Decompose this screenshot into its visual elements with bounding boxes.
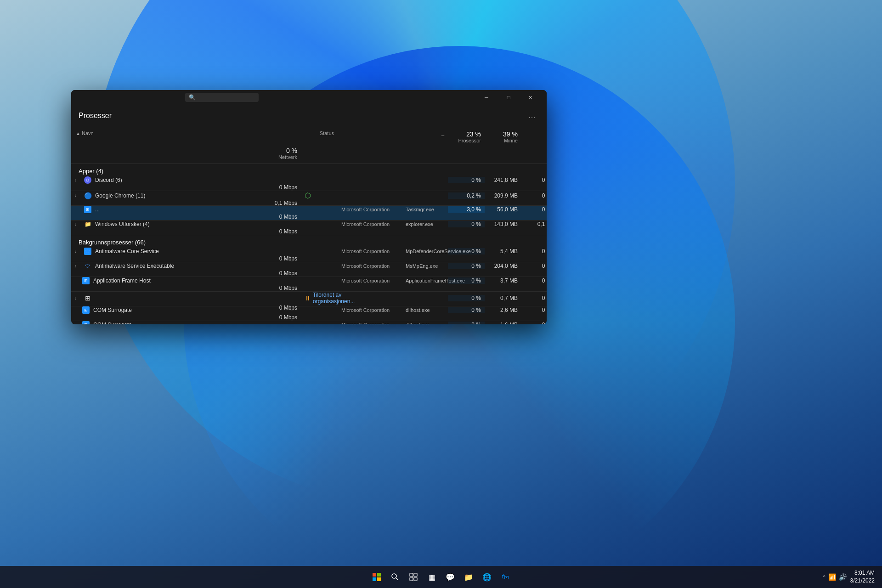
taskbar-clock[interactable]: 8:01 AM 3/21/2022 (850, 569, 875, 585)
table-row[interactable]: › 🛡 Antimalware Core Service Microsoft C… (71, 248, 547, 262)
cpu-pct: 23 % (452, 130, 481, 138)
proc-network: 0 Mbps (71, 285, 301, 291)
task-view-icon (409, 573, 418, 581)
table-row[interactable]: ⊞ COM Surrogate Microsoft Corporation dl… (71, 321, 547, 324)
proc-memory: 209,9 MB (485, 192, 521, 199)
volume-tray-icon[interactable]: 🔊 (839, 573, 847, 581)
network-label: Nettverk (75, 154, 297, 160)
maximize-button[interactable]: □ (498, 90, 519, 105)
file-explorer-button[interactable]: 📁 (461, 570, 476, 584)
search-taskbar-button[interactable] (388, 570, 402, 584)
proc-cpu: 3,0 % (448, 206, 485, 213)
proc-publisher: Microsoft Corporation (338, 207, 402, 212)
search-input[interactable] (198, 94, 255, 101)
proc-network: 0 Mbps (71, 255, 301, 262)
expand-icon[interactable]: › (75, 222, 80, 227)
svg-point-4 (392, 574, 396, 578)
proc-network: 0 Mbps (71, 214, 301, 220)
store-button[interactable]: 🛍 (498, 570, 513, 584)
shield-icon: 🛡 (84, 248, 91, 255)
start-button[interactable] (369, 570, 384, 584)
window-controls: ─ □ ✕ (476, 90, 541, 105)
svg-rect-2 (373, 577, 376, 581)
clock-date: 3/21/2022 (850, 577, 875, 585)
process-name-explorer: › 📁 Windows Utforsker (4) (71, 220, 301, 228)
expand-icon[interactable]: › (75, 296, 80, 301)
col-status[interactable]: Status (301, 129, 338, 145)
disk-pct: 0 % (525, 130, 547, 138)
tray-expand-icon[interactable]: ^ (823, 574, 825, 580)
disk-label: Disk (525, 138, 547, 143)
process-name-antimalware-core: › 🛡 Antimalware Core Service (71, 248, 301, 255)
col-exe[interactable]: _ (402, 129, 448, 145)
network-pct: 0 % (75, 147, 297, 154)
proc-disk: 0,1 MB/s (521, 221, 547, 227)
desktop: 🔍 ─ □ ✕ Prosesser … ▲ Navn Status (0, 0, 882, 588)
folder-icon: 📁 (84, 220, 91, 228)
proc-name-label: Google Chrome (11) (95, 192, 145, 199)
windows-logo-icon (373, 573, 381, 581)
proc-disk: 0 MB/s (521, 248, 547, 254)
process-list[interactable]: Apper (4) › D Discord (6) 0 % 241,8 MB 0… (71, 164, 547, 324)
proc-cpu: 0 % (448, 263, 485, 269)
network-status-icon: ⬡ (305, 191, 311, 200)
table-row[interactable]: › 📁 Windows Utforsker (4) Microsoft Corp… (71, 220, 547, 235)
status-label: Tilordnet av organisasjonen... (313, 292, 355, 305)
more-button[interactable]: … (525, 108, 539, 123)
table-row[interactable]: › D Discord (6) 0 % 241,8 MB 0 MB/s 0 Mb… (71, 176, 547, 191)
widgets-button[interactable]: ▦ (424, 570, 439, 584)
proc-disk: 0 MB/s (521, 206, 547, 213)
proc-status: ⏸ Tilordnet av organisasjonen... (301, 292, 338, 305)
proc-name-label: Windows Utforsker (4) (95, 221, 150, 227)
process-name-windows: › ⊞ (71, 294, 301, 302)
proc-publisher: Microsoft Corporation (338, 307, 402, 313)
search-taskbar-icon (391, 573, 399, 581)
table-row[interactable]: ⊞ COM Surrogate Microsoft Corporation dl… (71, 306, 547, 321)
col-network[interactable]: 0 % Nettverk (71, 145, 301, 162)
col-name[interactable]: ▲ Navn (71, 129, 301, 145)
proc-memory: 204,0 MB (485, 263, 521, 269)
table-row[interactable]: › 🔵 Google Chrome (11) ⬡ 0,2 % 209,9 MB … (71, 191, 547, 206)
proc-memory: 0,7 MB (485, 295, 521, 301)
task-view-button[interactable] (406, 570, 421, 584)
chat-button[interactable]: 💬 (443, 570, 458, 584)
proc-disk: 0 MB/s (521, 322, 547, 324)
process-name-taskmgr: ⊞ ... (71, 206, 301, 213)
table-row[interactable]: ⊞ Application Frame Host Microsoft Corpo… (71, 277, 547, 292)
process-name-antimalware-svc: › 🛡 Antimalware Service Executable (71, 262, 301, 270)
table-row[interactable]: › 🛡 Antimalware Service Executable Micro… (71, 262, 547, 277)
proc-network: 0 Mbps (71, 228, 301, 235)
proc-network: 0 Mbps (71, 314, 301, 321)
proc-disk: 0 MB/s (521, 295, 547, 301)
col-cpu[interactable]: 23 % Prosessor (448, 129, 485, 145)
process-name-com2: ⊞ COM Surrogate (71, 321, 301, 324)
proc-memory: 3,7 MB (485, 277, 521, 284)
proc-network: 0 Mbps (71, 270, 301, 277)
proc-publisher: Microsoft Corporation (338, 322, 402, 324)
expand-icon[interactable]: › (75, 193, 80, 198)
taskbar-center: ▦ 💬 📁 🌐 🛍 (369, 570, 513, 584)
network-tray-icon[interactable]: 📶 (828, 573, 836, 581)
table-row[interactable]: ⊞ ... Microsoft Corporation Taskmgr.exe … (71, 206, 547, 220)
proc-cpu: 0 % (448, 248, 485, 254)
close-button[interactable]: ✕ (520, 90, 541, 105)
svg-line-5 (396, 578, 398, 580)
col-disk[interactable]: 0 % Disk (521, 129, 547, 145)
proc-cpu: 0,2 % (448, 192, 485, 199)
proc-cpu: 0 % (448, 322, 485, 324)
search-bar[interactable]: 🔍 (185, 93, 259, 102)
minimize-button[interactable]: ─ (476, 90, 497, 105)
expand-icon[interactable]: › (75, 264, 80, 269)
col-publisher[interactable] (338, 129, 402, 145)
memory-label: Minne (488, 138, 518, 143)
proc-publisher: Microsoft Corporation (338, 249, 402, 254)
svg-rect-3 (377, 577, 381, 581)
svg-rect-8 (410, 577, 413, 581)
col-memory[interactable]: 39 % Minne (485, 129, 521, 145)
table-row[interactable]: › ⊞ ⏸ Tilordnet av organisasjonen... 0 %… (71, 292, 547, 306)
expand-icon[interactable]: › (75, 178, 80, 183)
column-headers: ▲ Navn Status _ 23 % Prosessor 39 % Minn… (71, 127, 547, 164)
expand-icon[interactable]: › (75, 249, 80, 254)
edge-button[interactable]: 🌐 (480, 570, 494, 584)
proc-status: ⬡ (301, 191, 338, 200)
